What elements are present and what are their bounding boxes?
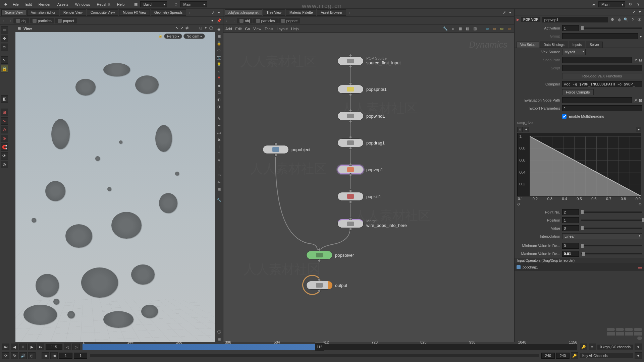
- tab-geo-spreadsheet[interactable]: Geometry Spreads: [151, 9, 186, 16]
- current-frame-input[interactable]: [46, 344, 62, 350]
- net-color4-icon[interactable]: ▭: [506, 26, 512, 32]
- pane-menu-icon[interactable]: ▾: [216, 10, 222, 15]
- viewport-3d[interactable]: ▦ View ↖ ↗ ⇄ ⊡ ✦ ⓘ 🔒 Persp ▾ No ca: [15, 25, 215, 342]
- lock-cam-icon[interactable]: 🔒: [158, 34, 163, 39]
- net-color2-icon[interactable]: ▭: [491, 26, 497, 32]
- shape-rect[interactable]: [625, 332, 633, 336]
- group-icon[interactable]: ⊡: [216, 89, 222, 96]
- play-fwd-icon[interactable]: ▶: [28, 344, 36, 350]
- ramp-handle-right[interactable]: ◇: [639, 202, 641, 206]
- goto-end-icon[interactable]: ⏭: [37, 344, 44, 350]
- path-obj[interactable]: obj: [13, 18, 29, 23]
- ptab-solver[interactable]: Solver: [586, 42, 603, 48]
- tumble-icon[interactable]: ⇄: [185, 26, 189, 31]
- tool-snap-grid[interactable]: ⊞: [1, 109, 8, 116]
- net-menu-icon[interactable]: ▾: [507, 10, 513, 15]
- snap4-icon[interactable]: ⋮: [216, 165, 222, 171]
- tab-material-palette[interactable]: Material Palette: [286, 9, 316, 16]
- ramp-add-icon[interactable]: +: [524, 127, 529, 132]
- tab-composite-view[interactable]: Composite View: [87, 9, 118, 16]
- snap2-icon[interactable]: ⊺: [216, 151, 222, 157]
- net-back-icon[interactable]: ←: [225, 18, 230, 23]
- vis-icon[interactable]: ⊡: [199, 26, 202, 31]
- menu-edit[interactable]: Edit: [23, 1, 35, 8]
- tool-lock[interactable]: 🔒: [1, 65, 8, 72]
- input-shop-path[interactable]: [562, 57, 632, 63]
- info2-icon[interactable]: ⓘ: [216, 329, 222, 335]
- net-tab-add-icon[interactable]: +: [347, 10, 353, 15]
- box-icon[interactable]: ▭: [216, 172, 222, 178]
- input-point-no[interactable]: [562, 209, 579, 215]
- right-dropdown[interactable]: Main: [598, 1, 625, 7]
- nav-back-icon[interactable]: ←: [1, 18, 7, 23]
- tool-arrow[interactable]: ↖: [1, 56, 8, 64]
- app-icon[interactable]: ◆: [3, 1, 9, 7]
- menu-redshift[interactable]: Redshift: [94, 1, 113, 8]
- tool-view[interactable]: 👁: [1, 152, 8, 160]
- light-icon[interactable]: 💡: [216, 61, 222, 67]
- net-grid1-icon[interactable]: ▦: [457, 26, 463, 32]
- path-menu-icon[interactable]: ▾: [210, 18, 215, 23]
- dropdown-interpolation[interactable]: Linear: [562, 233, 642, 239]
- ptab-vex-setup[interactable]: Vex Setup: [517, 42, 539, 48]
- shop-arrow-icon[interactable]: ↗: [634, 58, 637, 62]
- fx-icon[interactable]: ✦: [204, 26, 207, 31]
- input-op-row[interactable]: popdrag1 ▬: [515, 263, 644, 271]
- slider-activation[interactable]: [581, 27, 642, 29]
- slider-point-no[interactable]: [581, 212, 642, 213]
- grid-icon[interactable]: ▦: [216, 186, 222, 192]
- node-popsprite[interactable]: popsprite1: [337, 85, 387, 94]
- tool-magnet[interactable]: 🧲: [1, 143, 8, 151]
- menu-file[interactable]: File: [10, 1, 21, 8]
- tab-scene-view[interactable]: Scene View: [1, 9, 26, 16]
- net-expand-icon[interactable]: ⤢: [501, 10, 507, 15]
- netmenu-layout[interactable]: Layout: [277, 27, 288, 31]
- step-back-icon[interactable]: ⏸: [19, 344, 27, 350]
- group-arrow-icon[interactable]: ▸: [640, 34, 642, 39]
- settings-icon[interactable]: ⚙: [627, 1, 633, 7]
- input-export[interactable]: [562, 105, 642, 111]
- input-script[interactable]: [562, 65, 642, 71]
- shop-picker-icon[interactable]: ⊡: [639, 58, 642, 62]
- net-color1-icon[interactable]: ▭: [484, 26, 490, 32]
- tab-motionfx-view[interactable]: Motion FX View: [119, 9, 150, 16]
- info3-icon[interactable]: ⓘ: [637, 17, 642, 22]
- net-grid3-icon[interactable]: ▥: [472, 26, 478, 32]
- nav-fwd-icon[interactable]: →: [7, 18, 13, 23]
- ptab-inputs[interactable]: Inputs: [569, 42, 585, 48]
- pane-expand-icon[interactable]: ⤢: [210, 10, 216, 15]
- chevron-down2-icon[interactable]: ▾: [635, 352, 642, 359]
- range-start-icon[interactable]: ⏮: [42, 352, 49, 359]
- tab-add-icon[interactable]: +: [187, 10, 193, 15]
- input-min-delta[interactable]: [562, 243, 579, 249]
- disp-toggle-icon[interactable]: ◉: [216, 26, 222, 32]
- tab-tree-view[interactable]: Tree View: [263, 9, 285, 16]
- menu-windows[interactable]: Windows: [72, 1, 93, 8]
- shape-small[interactable]: [637, 337, 642, 340]
- disp-options-icon[interactable]: ▦: [216, 33, 222, 39]
- persp-pill[interactable]: Persp ▾: [164, 34, 182, 39]
- node-popkill[interactable]: popkill1: [337, 192, 381, 201]
- button-reload-vex[interactable]: Re-Load VEX Functions: [562, 73, 642, 79]
- pen-icon[interactable]: ✒: [216, 123, 222, 129]
- slider-max-delta[interactable]: [581, 253, 642, 254]
- input-max-delta[interactable]: [562, 251, 579, 257]
- node-popvop[interactable]: popvop1: [337, 165, 383, 174]
- step-next-icon[interactable]: ▷: [72, 344, 80, 350]
- ramp-collapse-icon[interactable]: ▾: [636, 127, 641, 132]
- ghost-icon[interactable]: ◌: [216, 47, 222, 53]
- shape-rect[interactable]: [616, 332, 624, 336]
- netmenu-view[interactable]: View: [253, 27, 261, 31]
- tool-snap-point[interactable]: ⊙: [1, 126, 8, 133]
- net-color3-icon[interactable]: ▭: [499, 26, 505, 32]
- shape-pill[interactable]: [634, 328, 642, 331]
- ptab-data-bindings[interactable]: Data Bindings: [540, 42, 568, 48]
- tool-review[interactable]: ⊚: [1, 161, 8, 168]
- tab-asset-browser[interactable]: Asset Browser: [317, 9, 346, 16]
- key-all-button[interactable]: Key All Channels: [580, 353, 633, 358]
- net-path-obj[interactable]: obj: [237, 18, 253, 23]
- param-close-icon[interactable]: ▾: [637, 9, 643, 15]
- eval-picker-icon[interactable]: ⊡: [639, 98, 642, 103]
- netmenu-tools[interactable]: Tools: [265, 27, 273, 31]
- ramp-graph[interactable]: 1 0.8 0.6 0.4 0.2: [517, 133, 641, 196]
